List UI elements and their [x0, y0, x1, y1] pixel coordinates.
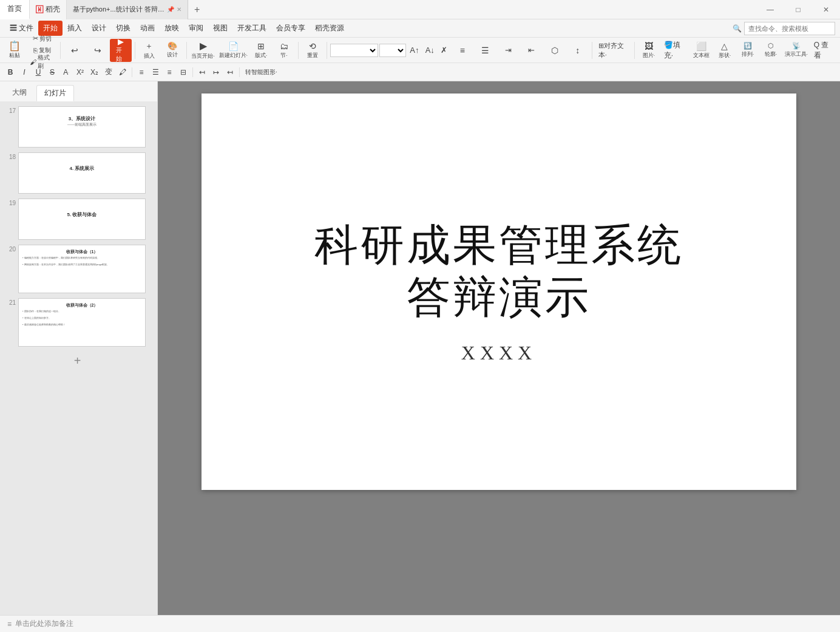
line-spacing-btn[interactable]: ↕	[567, 39, 589, 62]
menu-devtools[interactable]: 开发工具	[232, 21, 271, 36]
sep3	[186, 42, 187, 59]
slide-number-17: 17	[4, 106, 16, 114]
menu-transition[interactable]: 切换	[111, 21, 135, 36]
design-icon: 🎨	[168, 41, 177, 50]
list-item[interactable]: 17 3、系统设计 ——前端真面展示	[0, 104, 157, 150]
menu-slideshow[interactable]: 放映	[160, 21, 184, 36]
undo-btn[interactable]: ↩	[64, 39, 86, 62]
strikethrough-btn[interactable]: S	[46, 65, 59, 80]
row2-indent2-btn[interactable]: ↦	[209, 65, 223, 80]
row2-indent1-btn[interactable]: ↤	[195, 65, 209, 80]
textbox-btn[interactable]: ⬜ 文本框	[691, 39, 713, 62]
reset-btn[interactable]: ⟲ 重置	[302, 39, 323, 62]
smart-shape-btn[interactable]: 转智能图形·	[242, 65, 280, 80]
transform-btn[interactable]: 变	[102, 65, 115, 80]
subscript-btn[interactable]: X₂	[87, 65, 101, 80]
slide-thumb-18[interactable]: 4. 系统展示	[18, 152, 146, 194]
shape-label: 形状·	[719, 52, 731, 59]
paste-btn[interactable]: 📋 粘贴	[4, 39, 25, 62]
arrange-btn[interactable]: 🔃 排列·	[737, 39, 759, 62]
list-item[interactable]: 19 5. 收获与体会	[0, 196, 157, 242]
maximize-btn[interactable]: □	[784, 0, 812, 19]
bold-btn[interactable]: B	[4, 65, 17, 80]
thumb-label-20: 收获与体会（1）	[22, 249, 141, 255]
number-list-btn[interactable]: ☰	[475, 39, 496, 62]
note-placeholder: 单击此处添加备注	[15, 619, 73, 629]
indent-out-btn[interactable]: ⇤	[521, 39, 543, 62]
list-item[interactable]: 18 4. 系统展示	[0, 150, 157, 196]
new-slide-btn[interactable]: 📄 新建幻灯片·	[217, 39, 249, 62]
align-left-btn[interactable]: ≡	[135, 65, 148, 80]
slide-thumb-17[interactable]: 3、系统设计 ——前端真面展示	[18, 106, 146, 148]
menu-view[interactable]: 视图	[208, 21, 232, 36]
menu-design[interactable]: 设计	[87, 21, 111, 36]
indent-in-btn[interactable]: ⇥	[498, 39, 520, 62]
align-right-btn[interactable]: ≡	[163, 65, 176, 80]
fill-btn[interactable]: 🪣填充·	[661, 39, 689, 62]
tab-home[interactable]: 首页	[0, 0, 30, 19]
present-tool-btn[interactable]: 📡 演示工具·	[783, 39, 810, 62]
font-family-select[interactable]	[330, 44, 378, 57]
redo-btn[interactable]: ↪	[87, 39, 109, 62]
bullet-list-btn[interactable]: ≡	[452, 39, 473, 62]
align-menu-btn[interactable]: ⊞对齐文本·	[595, 39, 631, 62]
row2-indent3-btn[interactable]: ↤	[223, 65, 237, 80]
menu-animation[interactable]: 动画	[135, 21, 160, 36]
toolbar-row1: 📋 粘贴 ✂ 剪切 ⎘ 复制 🖌 格式刷 ↩ ↪ ▶ 开始 ＋ 插入 🎨 设计 …	[0, 38, 840, 63]
paste-icon: 📋	[8, 41, 21, 51]
slide-thumb-20[interactable]: 收获与体会（1） • 编程能力方面：在设计的编程中，我们团队将研究当有则的代码实…	[18, 245, 146, 293]
thumb-body-20: • 编程能力方面：在设计的编程中，我们团队将研究当有则的代码实现。• 网络架构方…	[22, 256, 141, 267]
insert-btn[interactable]: ＋ 插入	[138, 39, 160, 62]
search-input[interactable]	[744, 22, 835, 35]
section-btn[interactable]: 🗂 节·	[273, 39, 295, 62]
extra-btn[interactable]: Q 查看	[811, 39, 836, 62]
outline-btn[interactable]: ⬡ 轮廓·	[760, 39, 782, 62]
font-size-up-btn[interactable]: A↑	[407, 39, 421, 62]
menu-vip[interactable]: 会员专享	[271, 21, 310, 36]
list-item[interactable]: 20 收获与体会（1） • 编程能力方面：在设计的编程中，我们团队将研究当有则的…	[0, 242, 157, 296]
slide-canvas: 科研成果管理系统 答辩演示 XXXX	[202, 93, 796, 490]
menu-daoke[interactable]: 稻壳资源	[310, 21, 349, 36]
slide-thumb-19[interactable]: 5. 收获与体会	[18, 199, 146, 240]
toolbar-row2: B I U S A· X² X₂ 变 🖍 ≡ ☰ ≡ ⊟ ↤ ↦ ↤ 转智能图形…	[0, 63, 840, 81]
note-area[interactable]: ≡ 单击此处添加备注	[0, 615, 840, 632]
tab-file[interactable]: 基于python+...统计设计 答辩PPT 📌 ✕	[67, 0, 188, 19]
tab-close-btn[interactable]: ✕	[177, 6, 181, 13]
picture-btn[interactable]: 🖼 图片·	[638, 39, 660, 62]
font-size-down-btn[interactable]: A↓	[423, 39, 437, 62]
cut-btn[interactable]: ✂ 剪切	[27, 33, 57, 44]
current-page-play-btn[interactable]: ▶ 当页开始·	[190, 39, 217, 62]
list-item[interactable]: 21 收获与体会（2） • 团队协作：在我们做的这一组分。• 在转让上面的知识多…	[0, 296, 157, 349]
wps-logo: 🅆	[36, 5, 43, 14]
align-text-btn[interactable]: ⬡	[544, 39, 566, 62]
play-label: 开始	[116, 46, 127, 63]
outline-label: 轮廓·	[765, 50, 777, 58]
highlight-btn[interactable]: 🖍	[116, 65, 129, 80]
align-justify-btn[interactable]: ⊟	[177, 65, 190, 80]
shape-btn[interactable]: △ 形状·	[714, 39, 736, 62]
layout-btn[interactable]: ⊞ 版式·	[250, 39, 272, 62]
italic-btn[interactable]: I	[18, 65, 31, 80]
font-color-btn[interactable]: A·	[59, 65, 73, 80]
outline-tab[interactable]: 大纲	[5, 85, 34, 101]
start-play-btn[interactable]: ▶ 开始	[110, 39, 132, 62]
tab-add-btn[interactable]: +	[188, 0, 206, 19]
font-size-select[interactable]	[379, 44, 406, 57]
fill-icon: 🪣填充·	[664, 40, 686, 61]
slides-panel[interactable]: 17 3、系统设计 ——前端真面展示 18 4. 系统展示	[0, 101, 157, 615]
slide-thumb-21[interactable]: 收获与体会（2） • 团队协作：在我们做的这一组分。• 在转让上面的知识多方。•…	[18, 298, 146, 347]
menu-review[interactable]: 审阅	[184, 21, 208, 36]
tab-wps[interactable]: 🅆 稻壳	[30, 0, 67, 19]
menu-bar: ☰ 文件 开始 插入 设计 切换 动画 放映 审阅 视图 开发工具 会员专享 稻…	[0, 19, 840, 38]
thumb-label-21: 收获与体会（2）	[22, 302, 141, 308]
add-slide-btn[interactable]: +	[0, 349, 157, 373]
slides-tab[interactable]: 幻灯片	[36, 85, 74, 101]
design-btn[interactable]: 🎨 设计	[161, 39, 183, 62]
underline-btn[interactable]: U	[32, 65, 45, 80]
superscript-btn[interactable]: X²	[73, 65, 87, 80]
align-center-btn[interactable]: ☰	[149, 65, 162, 80]
minimize-btn[interactable]: —	[756, 0, 784, 19]
close-btn[interactable]: ✕	[812, 0, 840, 19]
menu-insert[interactable]: 插入	[63, 21, 87, 36]
clear-format-btn[interactable]: ✗	[438, 39, 450, 62]
